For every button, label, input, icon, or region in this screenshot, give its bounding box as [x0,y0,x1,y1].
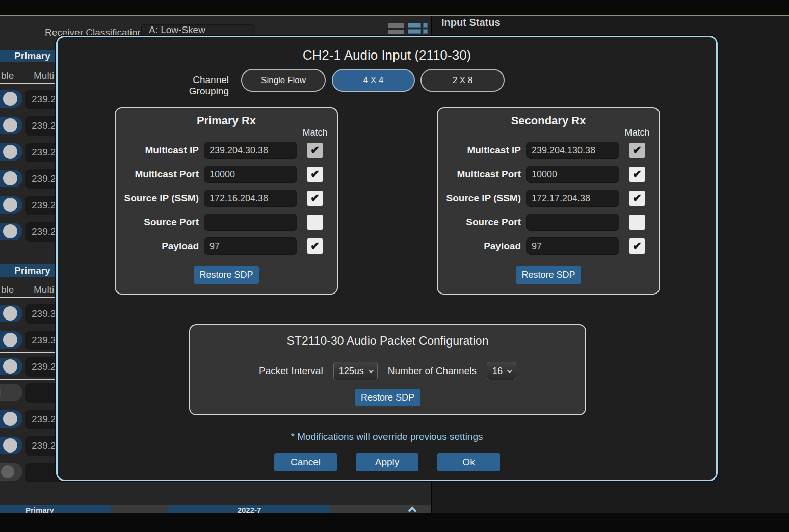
packet-interval-value: 125us [339,366,364,377]
match-checkbox[interactable]: ✔ [307,238,323,254]
toggle-switch[interactable] [0,90,22,108]
toggle-switch[interactable] [0,117,22,134]
number-of-channels-value: 16 [492,366,503,377]
column-header-multicast: Multi [34,284,54,296]
packet-configuration-panel: ST2110-30 Audio Packet Configuration Pac… [189,324,586,415]
input-status-title: Input Status [441,17,501,29]
panel-title: ST2110-30 Audio Packet Configuration [190,334,585,348]
number-of-channels-select[interactable]: 16 [487,362,516,380]
multicast-port-input[interactable] [204,166,297,183]
payload-input[interactable] [526,237,619,255]
field-row: Source IP (SSM) ✔ [116,190,337,207]
chevron-down-icon [369,368,374,373]
payload-label: Payload [116,237,199,255]
toggle-switch[interactable] [0,196,22,214]
apply-button[interactable]: Apply [356,453,418,471]
match-checkbox[interactable]: ✔ [307,191,323,206]
cancel-button[interactable]: Cancel [274,453,337,471]
modifications-note: * Modifications will override previous s… [58,431,716,442]
field-row: Multicast Port ✔ [438,166,659,183]
column-header-enable: ble [1,70,14,82]
primary-rx-panel: Primary Rx Match Multicast IP ✔ Multicas… [115,107,338,295]
bottom-black-bar [0,513,789,532]
header-underline [0,297,55,298]
multicast-port-input[interactable] [526,166,619,183]
field-row: Payload ✔ [116,237,337,255]
field-row: Multicast IP ✔ [438,142,659,159]
source-port-input[interactable] [204,214,297,231]
match-checkbox[interactable]: ✔ [629,143,645,158]
toggle-switch[interactable] [0,143,22,161]
toggle-switch[interactable] [0,463,22,481]
toggle-switch[interactable] [0,384,22,401]
source-ip-label: Source IP (SSM) [116,190,199,207]
dialog-title: CH2-1 Audio Input (2110-30) [58,47,716,63]
secondary-rx-panel: Secondary Rx Match Multicast IP ✔ Multic… [437,107,660,295]
column-header-enable: ble [1,284,14,296]
audio-input-dialog: CH2-1 Audio Input (2110-30) Channel Grou… [56,36,718,481]
toggle-switch[interactable] [0,331,22,349]
column-header-multicast: Multi [34,70,54,82]
match-checkbox[interactable] [307,215,323,230]
toggle-switch[interactable] [0,223,22,240]
field-row: Source Port [438,214,659,231]
field-row: Source Port [116,214,337,231]
restore-sdp-button[interactable]: Restore SDP [355,389,420,406]
match-checkbox[interactable]: ✔ [629,167,645,182]
match-column-header: Match [619,127,655,138]
source-ip-label: Source IP (SSM) [438,190,521,207]
multicast-ip-input[interactable] [526,142,619,159]
field-row: Payload ✔ [438,237,659,255]
multicast-ip-label: Multicast IP [438,142,521,159]
match-checkbox[interactable] [629,215,645,230]
bottom-bar-2022-7-segment[interactable]: 2022-7 [168,505,330,513]
match-checkbox[interactable]: ✔ [307,143,323,158]
restore-sdp-button[interactable]: Restore SDP [516,266,581,284]
ok-button[interactable]: Ok [437,453,500,471]
channel-grouping-label: Channel Grouping [151,74,229,97]
match-checkbox[interactable]: ✔ [307,167,323,182]
match-column-header: Match [297,127,333,138]
multicast-port-label: Multicast Port [116,166,199,183]
channel-grouping-single-flow-button[interactable]: Single Flow [241,69,326,92]
number-of-channels-label: Number of Channels [388,365,477,377]
row-separator [0,379,55,380]
restore-sdp-button[interactable]: Restore SDP [194,266,259,284]
toggle-switch[interactable] [0,305,22,322]
chevron-down-icon [507,368,512,373]
channel-grouping-4x4-button[interactable]: 4 X 4 [332,69,415,92]
toggle-switch[interactable] [0,358,22,375]
payload-input[interactable] [204,237,297,255]
panel-title: Primary Rx [116,114,337,127]
source-ip-input[interactable] [526,190,619,207]
top-black-bar [0,0,789,15]
multicast-ip-input[interactable] [204,142,297,159]
field-row: Multicast IP ✔ [116,142,337,159]
match-checkbox[interactable]: ✔ [629,238,645,254]
panel-title: Secondary Rx [438,114,659,127]
match-checkbox[interactable]: ✔ [629,191,645,206]
bottom-status-bar: Primary 2022-7 [0,505,431,513]
screen: Receiver Classification A: Low-Skew (10m… [0,0,789,532]
channel-grouping-2x8-button[interactable]: 2 X 8 [420,69,505,92]
bottom-bar-primary-segment[interactable]: Primary [0,505,111,513]
field-row: Multicast Port ✔ [116,166,337,183]
source-port-label: Source Port [116,214,199,231]
field-row: Source IP (SSM) ✔ [438,190,659,207]
detail-view-icon[interactable] [408,23,429,35]
packet-interval-label: Packet Interval [259,365,323,377]
payload-label: Payload [438,237,521,255]
source-port-label: Source Port [438,214,521,231]
toggle-switch[interactable] [0,170,22,187]
toggle-switch[interactable] [0,410,22,428]
packet-interval-select[interactable]: 125us [333,362,378,380]
multicast-ip-label: Multicast IP [116,142,199,159]
header-underline [0,83,55,84]
rows-view-icon[interactable] [388,23,404,35]
toggle-switch[interactable] [0,437,22,454]
multicast-port-label: Multicast Port [438,166,521,183]
source-port-input[interactable] [526,214,619,231]
row-separator [0,352,55,353]
source-ip-input[interactable] [204,190,297,207]
